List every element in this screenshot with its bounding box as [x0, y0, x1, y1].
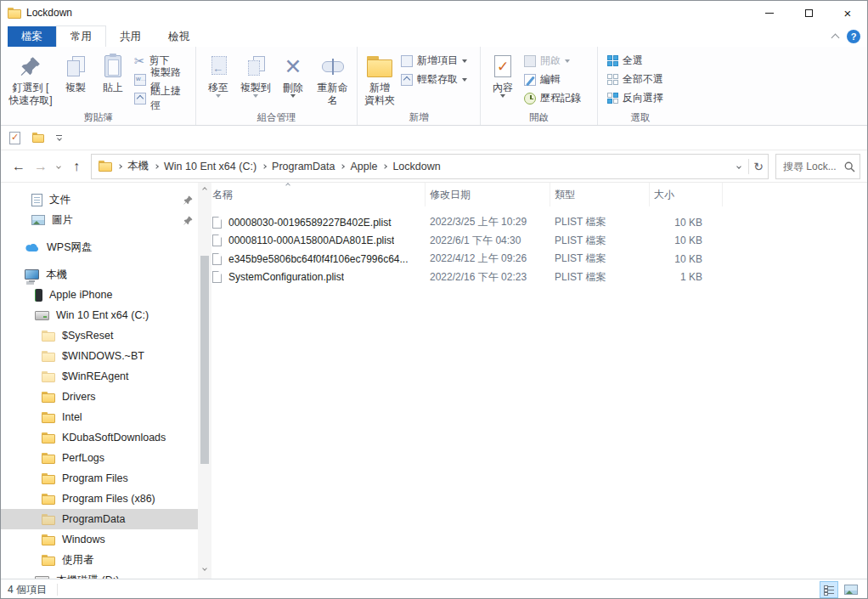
- file-row[interactable]: 00008110-000A15800ADA801E.plist 2022/6/1…: [198, 232, 867, 251]
- pictures-icon: [31, 215, 45, 225]
- paste-shortcut-button[interactable]: 貼上捷徑: [132, 90, 192, 106]
- folder-icon: [42, 432, 55, 444]
- collapse-ribbon-icon[interactable]: [831, 34, 840, 42]
- up-button[interactable]: ↑: [65, 155, 87, 178]
- details-view-icon: [824, 585, 834, 595]
- sidebar-folder-sysreset[interactable]: $SysReset: [1, 325, 198, 346]
- edit-button[interactable]: 編輯: [521, 71, 583, 88]
- ribbon-tab-row: 檔案 常用 共用 檢視 ?: [1, 25, 867, 47]
- breadcrumb-this-pc[interactable]: 本機: [127, 159, 149, 173]
- pushpin-icon: [20, 56, 41, 76]
- address-bar[interactable]: 本機 Win 10 Ent x64 (C:) ProgramData Apple…: [91, 154, 769, 179]
- select-none-button[interactable]: 全部不選: [605, 71, 666, 88]
- select-none-icon: [607, 74, 618, 85]
- forward-button[interactable]: →: [30, 155, 52, 178]
- sidebar-item-documents[interactable]: 文件: [1, 189, 198, 210]
- qat-properties-icon[interactable]: [9, 132, 20, 144]
- sidebar-item-drive-d[interactable]: 本機磁碟 (D:): [1, 570, 198, 579]
- window-title: Lockdown: [26, 7, 72, 19]
- sidebar-folder-drivers[interactable]: Drivers: [1, 387, 198, 407]
- folder-icon: [42, 351, 55, 362]
- tab-home[interactable]: 常用: [56, 25, 106, 47]
- file-row[interactable]: 00008030-00196589227B402E.plist 2022/3/2…: [198, 213, 867, 232]
- sidebar-folder-program-files-x86[interactable]: Program Files (x86): [1, 489, 198, 509]
- sidebar-folder-users[interactable]: 使用者: [1, 550, 198, 570]
- tab-share[interactable]: 共用: [106, 26, 155, 47]
- breadcrumb-lockdown[interactable]: Lockdown: [392, 161, 440, 172]
- history-button[interactable]: 歷程記錄: [521, 90, 583, 106]
- sidebar-item-this-pc[interactable]: 本機: [1, 264, 198, 285]
- new-item-icon: [401, 55, 413, 67]
- thumbnails-view-button[interactable]: [842, 581, 860, 598]
- recent-locations-dropdown[interactable]: [52, 155, 65, 178]
- column-header-size[interactable]: 大小: [650, 183, 723, 206]
- copy-button[interactable]: 複製: [57, 48, 94, 94]
- tab-file[interactable]: 檔案: [8, 26, 56, 47]
- folder-icon: [42, 473, 55, 484]
- breadcrumb-drive-c[interactable]: Win 10 Ent x64 (C:): [164, 161, 256, 172]
- minimize-button[interactable]: [750, 1, 789, 25]
- maximize-button[interactable]: [789, 1, 828, 25]
- back-button[interactable]: ←: [8, 155, 30, 178]
- sidebar-folder-windows[interactable]: Windows: [1, 529, 198, 550]
- plist-file-icon: [212, 235, 222, 246]
- delete-button[interactable]: ✕ 刪除: [274, 48, 312, 98]
- breadcrumb-apple[interactable]: Apple: [350, 161, 377, 172]
- open-dropdown-icon: [565, 59, 570, 63]
- sidebar-folder-kdubasoftdownloads[interactable]: KDubaSoftDownloads: [1, 427, 198, 448]
- new-folder-button[interactable]: 新增資料夾: [361, 48, 398, 107]
- move-to-icon: [209, 56, 228, 76]
- sidebar-folder-perflogs[interactable]: PerfLogs: [1, 448, 198, 468]
- ribbon-group-open: 內容 開啟 編輯 歷程記錄 開啟: [481, 47, 598, 125]
- breadcrumb-programdata[interactable]: ProgramData: [272, 161, 335, 172]
- help-icon[interactable]: ?: [847, 30, 860, 43]
- group-label-new: 新增: [358, 111, 480, 124]
- scissors-icon: ✂: [134, 54, 145, 67]
- address-dropdown-button[interactable]: [730, 155, 748, 178]
- qat-customize-icon[interactable]: [56, 135, 62, 141]
- sidebar-item-drive-c[interactable]: Win 10 Ent x64 (C:): [1, 305, 198, 325]
- select-all-button[interactable]: 全選: [605, 53, 666, 69]
- sidebar-item-wps[interactable]: WPS网盘: [1, 237, 198, 257]
- easy-access-icon: [401, 74, 413, 86]
- search-box: [775, 154, 860, 179]
- tab-view[interactable]: 檢視: [155, 26, 203, 47]
- edit-icon: [524, 74, 536, 86]
- new-item-button[interactable]: 新增項目: [398, 53, 470, 69]
- pin-to-quick-access-button[interactable]: 釘選到 [快速存取]: [4, 48, 57, 107]
- file-row[interactable]: SystemConfiguration.plist 2022/2/16 下午 0…: [198, 268, 867, 287]
- properties-button[interactable]: 內容: [484, 48, 521, 98]
- copy-to-button[interactable]: 複製到: [237, 48, 274, 98]
- paste-shortcut-icon: [134, 93, 146, 105]
- sidebar-folder-program-files[interactable]: Program Files: [1, 468, 198, 489]
- column-header-name[interactable]: 名稱: [198, 183, 426, 206]
- column-header-date[interactable]: 修改日期: [426, 183, 550, 206]
- phone-icon: [35, 289, 42, 302]
- refresh-icon: ↻: [753, 161, 764, 172]
- invert-selection-button[interactable]: 反向選擇: [605, 90, 666, 106]
- open-button[interactable]: 開啟: [521, 53, 583, 69]
- ribbon: 釘選到 [快速存取] 複製 貼上 ✂剪下 複製路徑 貼上捷徑 剪貼簿 移至: [1, 47, 867, 126]
- refresh-button[interactable]: ↻: [749, 155, 768, 178]
- sidebar-folder-windows-bt[interactable]: $WINDOWS.~BT: [1, 346, 198, 366]
- easy-access-button[interactable]: 輕鬆存取: [398, 71, 470, 88]
- folder-icon: [42, 534, 55, 545]
- rename-button[interactable]: 重新命名: [312, 48, 353, 107]
- sidebar-item-pictures[interactable]: 圖片: [1, 210, 198, 230]
- paste-button[interactable]: 貼上: [94, 48, 132, 94]
- properties-dropdown-icon: [500, 94, 505, 98]
- details-view-button[interactable]: [820, 581, 838, 598]
- column-header-type[interactable]: 類型: [550, 183, 650, 206]
- qat-new-folder-icon[interactable]: [32, 133, 44, 143]
- move-to-button[interactable]: 移至: [200, 48, 237, 98]
- sidebar-folder-intel[interactable]: Intel: [1, 407, 198, 427]
- plist-file-icon: [212, 217, 222, 229]
- sidebar-item-apple-iphone[interactable]: Apple iPhone: [1, 285, 198, 305]
- close-button[interactable]: ×: [828, 1, 867, 25]
- sidebar-folder-programdata[interactable]: ProgramData: [1, 509, 198, 529]
- folder-icon: [42, 371, 55, 382]
- file-row[interactable]: e345b9e5806bc64f0f4f106ec7996c64... 2022…: [198, 250, 867, 268]
- ribbon-group-select: 全選 全部不選 反向選擇 選取: [598, 47, 683, 125]
- quick-access-toolbar: [1, 126, 867, 150]
- sidebar-folder-winreagent[interactable]: $WinREAgent: [1, 366, 198, 387]
